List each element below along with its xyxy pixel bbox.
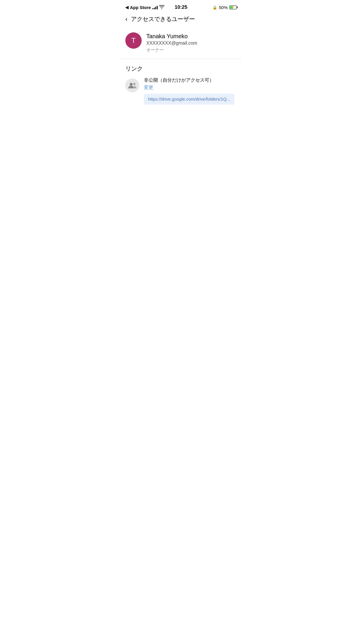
status-left: ◀ App Store	[125, 5, 164, 10]
user-email: XXXXXXXX@gmail.com	[146, 41, 197, 46]
wifi-icon	[159, 5, 164, 10]
link-info: 非公開（自分だけがアクセス可） 変更 https://drive.google.…	[144, 77, 234, 105]
back-arrow-icon: ‹	[125, 15, 127, 23]
svg-point-0	[130, 83, 133, 86]
page-title: アクセスできるユーザー	[131, 15, 195, 23]
carrier-label: App Store	[130, 5, 151, 10]
status-right: 🔒 50% ⚡	[212, 5, 237, 10]
link-section: リンク 非公開（自分だけがアクセス可） 変更 https://drive.goo…	[121, 59, 241, 109]
link-url-text: https://drive.google.com/drive/folders/1…	[148, 97, 230, 102]
people-icon	[128, 82, 136, 89]
user-role: オーナー	[146, 47, 197, 53]
status-bar: ◀ App Store 10:25 🔒 50% ⚡	[121, 0, 241, 13]
status-time: 10:25	[175, 4, 187, 10]
link-status: 非公開（自分だけがアクセス可）	[144, 77, 234, 83]
battery-percent: 50%	[219, 5, 228, 10]
user-info: Tanaka Yumeko XXXXXXXX@gmail.com オーナー	[146, 32, 197, 53]
nav-bar: ‹ アクセスできるユーザー	[121, 13, 241, 27]
charging-icon: ⚡	[231, 6, 235, 9]
avatar: T	[125, 32, 142, 49]
battery-container: ⚡	[229, 6, 237, 9]
change-link-button[interactable]: 変更	[144, 85, 234, 91]
avatar-letter: T	[131, 36, 136, 45]
signal-bars	[152, 5, 158, 9]
svg-point-1	[133, 83, 136, 85]
battery-icon: ⚡	[229, 6, 237, 9]
back-button[interactable]: ‹	[125, 15, 131, 23]
lock-icon: 🔒	[212, 5, 217, 10]
link-row: 非公開（自分だけがアクセス可） 変更 https://drive.google.…	[125, 77, 237, 105]
link-url-box[interactable]: https://drive.google.com/drive/folders/1…	[144, 94, 234, 105]
user-section: T Tanaka Yumeko XXXXXXXX@gmail.com オーナー	[121, 27, 241, 59]
user-name: Tanaka Yumeko	[146, 33, 197, 40]
link-icon-container	[125, 78, 139, 92]
carrier-back-arrow: ◀	[125, 5, 129, 10]
link-section-title: リンク	[125, 65, 237, 73]
